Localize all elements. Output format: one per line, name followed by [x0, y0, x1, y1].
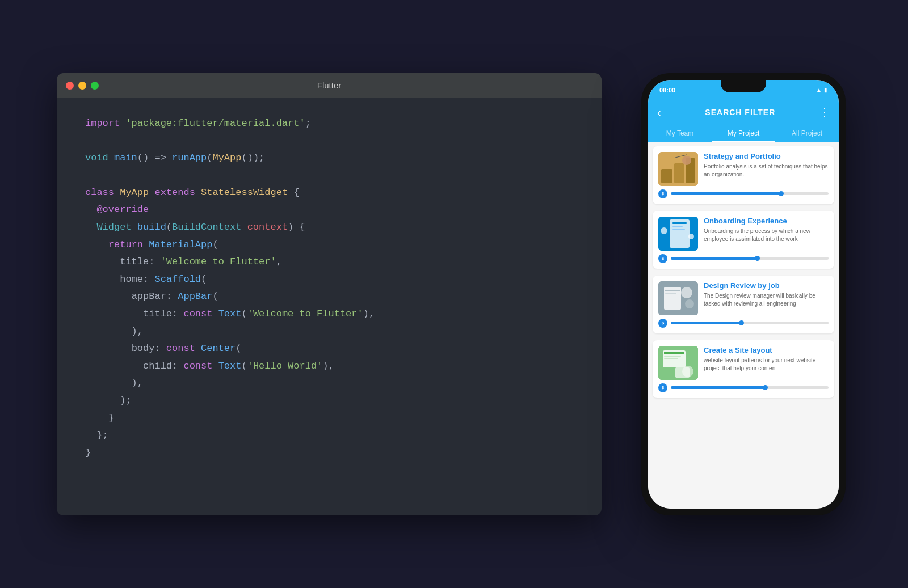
card-info-4: Create a Site layout website layout patt…	[704, 346, 829, 373]
card-progress-4: $	[658, 383, 829, 392]
app-header: ‹ SEARCH FILTER ⋮	[648, 100, 839, 125]
progress-bar-bg-1	[671, 192, 829, 195]
phone-container: 08:00 ▲ ▮ ‹ SEARCH FILTER ⋮ My	[636, 39, 851, 549]
svg-point-18	[685, 299, 694, 308]
app-header-top: ‹ SEARCH FILTER ⋮	[657, 106, 830, 119]
svg-point-11	[661, 227, 667, 234]
code-editor: Flutter import 'package:flutter/material…	[57, 73, 602, 515]
code-line-7: Widget build(BuildContext context) {	[85, 219, 573, 236]
progress-icon-3: $	[658, 319, 667, 328]
progress-bar-fill-3	[671, 322, 742, 324]
code-line-20: }	[85, 445, 573, 462]
minimize-button[interactable]	[78, 82, 86, 90]
list-item[interactable]: Create a Site layout website layout patt…	[653, 340, 834, 398]
code-line-6: @override	[85, 201, 573, 219]
card-title-3: Design Review by job	[704, 281, 829, 290]
card-progress-1: $	[658, 189, 829, 198]
card-progress-2: $	[658, 254, 829, 263]
svg-rect-8	[672, 222, 687, 224]
code-line-12: title: const Text('Welcome to Flutter'),	[85, 306, 573, 323]
page-title: SEARCH FILTER	[705, 108, 775, 117]
code-line-3: void main() => runApp(MyApp());	[85, 150, 573, 167]
tabs-bar: My Team My Project All Project	[648, 125, 839, 142]
card-desc-4: website layout patterns for your next we…	[704, 357, 829, 373]
progress-icon-4: $	[658, 383, 667, 392]
progress-bar-bg-3	[671, 322, 829, 324]
svg-rect-2	[674, 163, 684, 183]
svg-rect-15	[665, 290, 680, 291]
code-line-8: return MaterialApp(	[85, 236, 573, 254]
card-title-1: Strategy and Portfolio	[704, 152, 829, 160]
svg-point-12	[688, 234, 694, 239]
maximize-button[interactable]	[91, 82, 99, 90]
code-line-4	[85, 167, 573, 184]
list-item[interactable]: Strategy and Portfolio Portfolio analysi…	[653, 146, 834, 204]
card-info-2: Onboarding Experience Onboarding is the …	[704, 217, 829, 243]
battery-icon: ▮	[824, 87, 827, 93]
svg-point-17	[681, 287, 692, 298]
code-line-13: ),	[85, 323, 573, 341]
svg-point-4	[682, 156, 691, 165]
tab-my-team[interactable]: My Team	[648, 125, 712, 142]
progress-icon-1: $	[658, 189, 667, 198]
wifi-icon: ▲	[816, 87, 822, 93]
code-line-11: appBar: AppBar(	[85, 288, 573, 306]
code-line-16: ),	[85, 375, 573, 392]
card-top-1: Strategy and Portfolio Portfolio analysi…	[658, 152, 829, 186]
progress-bar-fill-2	[671, 257, 758, 260]
tab-all-project[interactable]: All Project	[775, 125, 839, 142]
card-thumbnail-strategy	[658, 152, 698, 186]
svg-rect-21	[664, 352, 684, 354]
list-item[interactable]: Design Review by job The Design review m…	[653, 276, 834, 333]
svg-rect-10	[672, 229, 685, 230]
code-line-14: body: const Center(	[85, 340, 573, 358]
card-top-4: Create a Site layout website layout patt…	[658, 346, 829, 380]
list-item[interactable]: Onboarding Experience Onboarding is the …	[653, 211, 834, 269]
svg-rect-22	[664, 356, 681, 357]
card-top-2: Onboarding Experience Onboarding is the …	[658, 217, 829, 251]
card-thumbnail-site	[658, 346, 698, 380]
tab-my-project[interactable]: My Project	[712, 125, 775, 142]
svg-rect-16	[665, 293, 676, 294]
card-title-2: Onboarding Experience	[704, 217, 829, 225]
card-desc-1: Portfolio analysis is a set of technique…	[704, 163, 829, 179]
phone-notch	[721, 80, 766, 92]
code-line-18: }	[85, 410, 573, 428]
code-line-9: title: 'Welcome to Flutter',	[85, 253, 573, 271]
back-button[interactable]: ‹	[657, 106, 661, 119]
svg-rect-25	[675, 367, 690, 378]
scene: Flutter import 'package:flutter/material…	[57, 39, 851, 549]
card-info-1: Strategy and Portfolio Portfolio analysi…	[704, 152, 829, 179]
status-time: 08:00	[659, 87, 675, 94]
code-line-10: home: Scaffold(	[85, 271, 573, 289]
code-line-1: import 'package:flutter/material.dart';	[85, 115, 573, 133]
close-button[interactable]	[66, 82, 74, 90]
code-line-19: };	[85, 427, 573, 445]
cards-list: Strategy and Portfolio Portfolio analysi…	[648, 142, 839, 509]
editor-body: import 'package:flutter/material.dart'; …	[57, 98, 602, 479]
progress-icon-2: $	[658, 254, 667, 263]
card-progress-3: $	[658, 319, 829, 328]
traffic-lights	[66, 82, 99, 90]
code-line-5: class MyApp extends StatelessWidget {	[85, 184, 573, 202]
code-line-17: );	[85, 392, 573, 410]
more-options-button[interactable]: ⋮	[819, 106, 830, 119]
card-thumbnail-onboarding	[658, 217, 698, 251]
svg-rect-9	[672, 226, 683, 227]
status-icons: ▲ ▮	[816, 87, 827, 93]
progress-bar-bg-4	[671, 386, 829, 389]
phone-frame: 08:00 ▲ ▮ ‹ SEARCH FILTER ⋮ My	[641, 73, 846, 515]
progress-bar-bg-2	[671, 257, 829, 260]
svg-rect-1	[661, 169, 672, 183]
progress-bar-fill-1	[671, 192, 781, 195]
editor-titlebar: Flutter	[57, 73, 602, 98]
code-line-2	[85, 132, 573, 150]
card-top-3: Design Review by job The Design review m…	[658, 281, 829, 315]
svg-rect-23	[664, 358, 678, 359]
editor-title: Flutter	[317, 81, 342, 90]
card-desc-2: Onboarding is the process by which a new…	[704, 227, 829, 243]
card-info-3: Design Review by job The Design review m…	[704, 281, 829, 308]
code-line-15: child: const Text('Hello World'),	[85, 358, 573, 375]
card-thumbnail-design	[658, 281, 698, 315]
card-title-4: Create a Site layout	[704, 346, 829, 354]
